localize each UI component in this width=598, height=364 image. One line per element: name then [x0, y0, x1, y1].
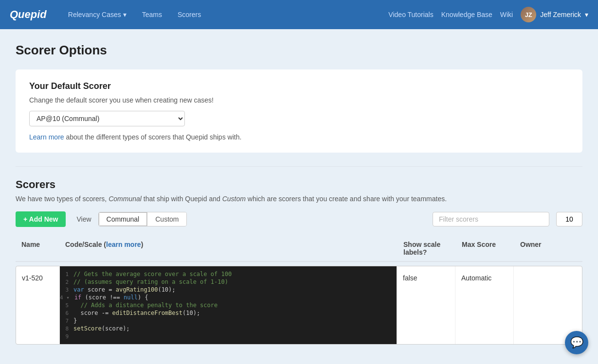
nav-scorers[interactable]: Scorers — [171, 7, 208, 22]
user-menu[interactable]: JZ Jeff Zemerick ▾ — [521, 7, 588, 22]
scorers-title: Scorers — [16, 178, 582, 191]
chevron-down-icon: ▾ — [123, 11, 127, 18]
code-line: 3 var score = avgRating100(10); — [60, 286, 397, 294]
scorer-code: 1 // Gets the average score over a scale… — [60, 266, 397, 344]
table-header: Name Code/Scale (learn more) Show scale … — [16, 236, 582, 262]
scorers-desc: We have two types of scorers, Communal t… — [16, 195, 582, 203]
default-scorer-desc: Change the default scorer you use when c… — [29, 96, 569, 104]
per-page-input[interactable] — [556, 212, 582, 226]
default-scorer-select[interactable]: AP@10 (Communal) NDCG@10 (Communal) P@10… — [29, 111, 185, 126]
col-header-show: Show scale labels? — [398, 241, 456, 256]
col-header-max: Max Score — [456, 241, 514, 256]
code-learn-more-link[interactable]: learn more — [106, 241, 141, 248]
scorers-section: Scorers We have two types of scorers, Co… — [16, 178, 582, 345]
learn-more-link[interactable]: Learn more — [29, 133, 64, 141]
user-name: Jeff Zemerick — [540, 11, 581, 18]
code-line: 4 ▾ if (score !== null) { — [60, 294, 397, 301]
chat-bubble-button[interactable]: 💬 — [565, 331, 588, 354]
scorer-name: v1-520 — [16, 266, 60, 344]
add-new-button[interactable]: + Add New — [16, 211, 66, 227]
table-row: v1-520 1 // Gets the average score over … — [16, 266, 582, 345]
col-header-name: Name — [16, 241, 59, 256]
custom-view-btn[interactable]: Custom — [147, 212, 186, 226]
navbar: Quepid Relevancy Cases ▾ Teams Scorers V… — [0, 0, 598, 29]
user-chevron-icon: ▾ — [585, 11, 588, 18]
nav-video-tutorials[interactable]: Video Tutorials — [388, 11, 433, 18]
view-toggle: Communal Custom — [98, 212, 187, 226]
section-divider — [16, 166, 582, 167]
avatar: JZ — [521, 7, 536, 22]
scorer-show-scale: false — [397, 266, 455, 344]
view-label: View — [76, 215, 91, 223]
code-line: 8 setScore(score); — [60, 325, 397, 332]
nav-teams[interactable]: Teams — [135, 7, 169, 22]
communal-view-btn[interactable]: Communal — [99, 212, 148, 226]
code-line: 6 score -= editDistanceFromBest(10); — [60, 309, 397, 317]
scorer-max-score: Automatic — [455, 266, 514, 344]
code-line: 7 } — [60, 317, 397, 325]
nav-knowledge-base[interactable]: Knowledge Base — [441, 11, 492, 18]
nav-relevancy-cases[interactable]: Relevancy Cases ▾ — [61, 7, 133, 22]
default-scorer-title: Your Default Scorer — [29, 81, 569, 91]
learn-more-text: Learn more about the different types of … — [29, 133, 569, 141]
code-line: 2 // (assumes query rating on a scale of… — [60, 278, 397, 286]
brand-logo[interactable]: Quepid — [10, 8, 47, 21]
default-scorer-card: Your Default Scorer Change the default s… — [16, 69, 582, 153]
code-line: 9 — [60, 332, 397, 340]
chat-icon: 💬 — [570, 336, 583, 349]
col-header-code: Code/Scale (learn more) — [59, 241, 398, 256]
code-line: 1 // Gets the average score over a scale… — [60, 270, 397, 278]
filter-scorers-input[interactable] — [433, 212, 549, 226]
page-title: Scorer Options — [16, 43, 582, 58]
col-header-owner: Owner — [514, 241, 582, 256]
code-line: 5 // Adds a distance penalty to the scor… — [60, 301, 397, 309]
nav-wiki[interactable]: Wiki — [500, 11, 513, 18]
scorers-toolbar: + Add New View Communal Custom — [16, 211, 582, 227]
